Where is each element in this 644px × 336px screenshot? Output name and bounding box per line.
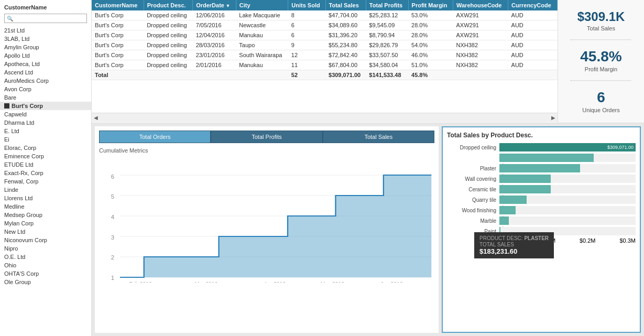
bar-fill xyxy=(499,164,580,172)
sidebar-item[interactable]: Burt's Corp xyxy=(0,102,91,110)
table-row: Burt's CorpDropped ceiling12/04/2016Manu… xyxy=(92,30,558,40)
sidebar-item[interactable]: Niconovum Corp xyxy=(0,236,91,244)
line-chart-svg: 1 2 3 4 5 6 xyxy=(99,157,434,283)
table-cell: Dropped ceiling xyxy=(144,20,192,30)
sidebar-item[interactable]: Dharma Ltd xyxy=(0,118,91,127)
table-cell: $34,089.60 xyxy=(325,20,366,30)
sidebar-item[interactable]: Apotheca, Ltd xyxy=(0,60,91,68)
table-header-cell[interactable]: Total Sales xyxy=(325,0,366,10)
table-header-cell[interactable]: CustomerName xyxy=(92,0,144,10)
table-cell: NXH382 xyxy=(453,50,508,60)
scroll-right-btn[interactable]: ▶ xyxy=(551,115,555,121)
table-cell: Burt's Corp xyxy=(92,40,144,50)
table-header-cell[interactable]: Total Profits xyxy=(366,0,408,10)
tab-total-sales[interactable]: Total Sales xyxy=(323,131,434,143)
sidebar-item[interactable]: AuroMedics Corp xyxy=(0,77,91,85)
table-header-cell[interactable]: CurrencyCode xyxy=(508,0,558,10)
sidebar-item[interactable]: Apollo Ltd xyxy=(0,51,91,60)
tooltip-label: PRODUCT DESC: Plaster xyxy=(479,235,549,241)
table-total-cell xyxy=(236,70,288,80)
scroll-bar[interactable]: ◀ ▶ xyxy=(92,113,558,122)
table-cell: AUD xyxy=(508,30,558,40)
bar-label: Wall covering xyxy=(447,176,499,182)
sidebar-item-label: AuroMedics Corp xyxy=(4,78,49,84)
sidebar-item[interactable]: Amylin Group xyxy=(0,43,91,51)
table-header-cell[interactable]: WarehouseCode xyxy=(453,0,508,10)
sidebar-item[interactable]: Elorac, Corp xyxy=(0,144,91,152)
bar-track: $309,071.00 xyxy=(499,143,636,151)
sidebar-item-label: Bare xyxy=(4,94,16,101)
sidebar-item[interactable]: Ole Group xyxy=(0,278,91,286)
sidebar-item-label: Avon Corp xyxy=(4,86,31,92)
sidebar-item-label: Apotheca, Ltd xyxy=(4,61,40,67)
search-box[interactable]: 🔍 xyxy=(4,14,87,23)
sidebar-item[interactable]: Ei xyxy=(0,135,91,144)
bottom-section: Total Orders Total Profits Total Sales C… xyxy=(92,123,644,336)
sidebar-item[interactable]: Nipro xyxy=(0,244,91,253)
sidebar-item[interactable]: Medline xyxy=(0,202,91,211)
table-total-cell xyxy=(508,70,558,80)
kpi-unique-orders: 6 Unique Orders xyxy=(582,89,620,113)
sidebar-item[interactable]: OHTA'S Corp xyxy=(0,269,91,278)
tab-total-profits[interactable]: Total Profits xyxy=(211,131,322,143)
sidebar-item[interactable]: 21st Ltd xyxy=(0,26,91,35)
line-chart-area: Total Orders Total Profits Total Sales C… xyxy=(95,126,439,333)
table-cell: 46.0% xyxy=(408,50,453,60)
sidebar-item-label: Eminence Corp xyxy=(4,153,44,159)
bar-value-label xyxy=(634,196,635,204)
table-header-cell[interactable]: City xyxy=(236,0,288,10)
sidebar-item[interactable]: Llorens Ltd xyxy=(0,194,91,202)
sidebar-item[interactable]: O.E. Ltd xyxy=(0,253,91,261)
sidebar-item[interactable]: Mylan Corp xyxy=(0,219,91,227)
sidebar-item[interactable]: New Ltd xyxy=(0,227,91,236)
svg-text:Mar 2016: Mar 2016 xyxy=(195,281,217,283)
sidebar-item[interactable]: Medsep Group xyxy=(0,211,91,219)
svg-text:6: 6 xyxy=(111,174,114,180)
sidebar-item[interactable]: Ascend Ltd xyxy=(0,68,91,77)
sidebar-item[interactable]: ETUDE Ltd xyxy=(0,160,91,169)
search-input[interactable] xyxy=(15,14,86,23)
bar-label: Dropped ceiling xyxy=(447,145,499,150)
table-header-cell[interactable]: OrderDate xyxy=(193,0,236,10)
sidebar-item[interactable]: Exact-Rx, Corp xyxy=(0,169,91,177)
svg-text:5: 5 xyxy=(111,194,114,200)
tab-total-orders[interactable]: Total Orders xyxy=(99,131,211,143)
table-header-cell[interactable]: Units Sold xyxy=(288,0,325,10)
sidebar-title: CustomerName xyxy=(0,3,91,13)
sidebar-item[interactable]: E. Ltd xyxy=(0,127,91,135)
sidebar-item[interactable]: Fenwal, Corp xyxy=(0,177,91,186)
table-cell: Burt's Corp xyxy=(92,60,144,70)
kpi-panel: $309.1K Total Sales 45.8% Profit Margin … xyxy=(558,0,644,123)
bar-track: $116,801.10 xyxy=(499,175,636,183)
table-header-cell[interactable]: Product Desc. xyxy=(144,0,192,10)
sidebar-item[interactable]: Bare xyxy=(0,93,91,102)
bar-value-label: $309,071.00 xyxy=(607,143,635,151)
table-cell: 28/03/2016 xyxy=(193,40,236,50)
sidebar-item[interactable]: 3LAB, Ltd xyxy=(0,35,91,43)
kpi-profit-margin-label: Profit Margin xyxy=(580,66,621,72)
table-cell: $25,283.12 xyxy=(366,10,408,20)
sidebar-item[interactable]: Capweld xyxy=(0,110,91,118)
bar-track: $62,001.80 xyxy=(499,196,636,204)
sidebar-item[interactable]: Avon Corp xyxy=(0,85,91,93)
sidebar-item[interactable]: Linde xyxy=(0,186,91,194)
line-chart-container: 1 2 3 4 5 6 xyxy=(99,157,434,283)
table-row: Burt's CorpDropped ceiling23/01/2016Sout… xyxy=(92,50,558,60)
kpi-divider-1 xyxy=(571,39,631,40)
sidebar-item-label: Burt's Corp xyxy=(12,103,43,109)
sidebar-item[interactable]: Eminence Corp xyxy=(0,152,91,160)
scroll-left-btn[interactable]: ◀ xyxy=(94,115,98,121)
table-cell: Burt's Corp xyxy=(92,20,144,30)
table-header-cell[interactable]: Profit Margin xyxy=(408,0,453,10)
sidebar-item-label: Ascend Ltd xyxy=(4,69,33,75)
table-total-cell xyxy=(193,70,236,80)
data-table: CustomerNameProduct Desc.OrderDateCityUn… xyxy=(92,0,558,80)
table-scroll-area[interactable]: CustomerNameProduct Desc.OrderDateCityUn… xyxy=(92,0,558,113)
kpi-profit-margin: 45.8% Profit Margin xyxy=(580,48,621,72)
sidebar-item-label: Medsep Group xyxy=(4,212,42,218)
sidebar-item-label: Amylin Group xyxy=(4,44,39,50)
table-cell: AUD xyxy=(508,20,558,30)
table-cell: AUD xyxy=(508,50,558,60)
sidebar-item[interactable]: Ohio xyxy=(0,261,91,269)
table-cell: 12/06/2016 xyxy=(193,10,236,20)
